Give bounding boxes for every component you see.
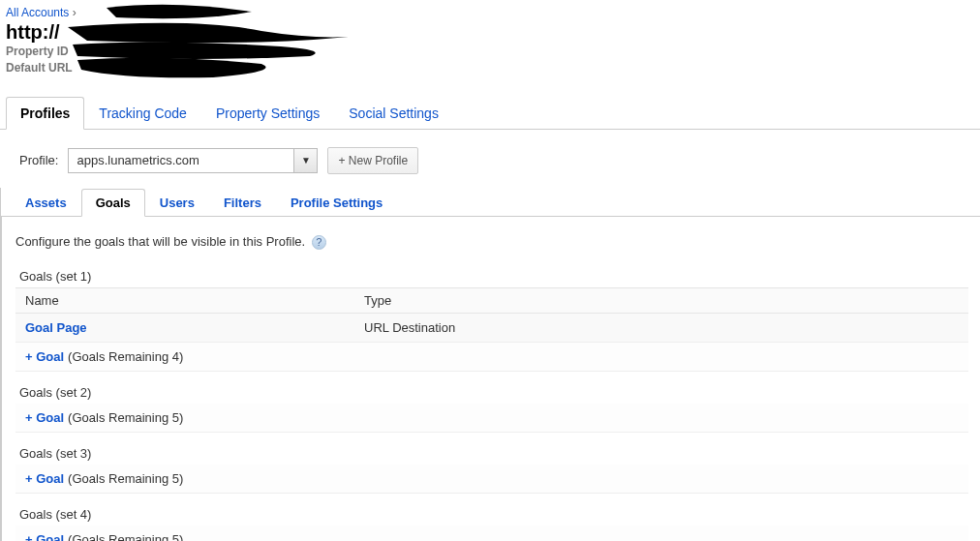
breadcrumb-sep: › bbox=[69, 6, 76, 19]
goals-remaining: (Goals Remaining 5) bbox=[68, 532, 183, 541]
subtab-users[interactable]: Users bbox=[145, 189, 209, 217]
profile-select[interactable]: apps.lunametrics.com ▼ bbox=[68, 148, 318, 173]
subtab-filters[interactable]: Filters bbox=[209, 189, 276, 217]
goals-remaining: (Goals Remaining 5) bbox=[68, 471, 183, 486]
goal-type: URL Destination bbox=[364, 320, 968, 335]
goals-content: Configure the goals that will be visible… bbox=[1, 217, 980, 541]
tab-tracking-code[interactable]: Tracking Code bbox=[84, 97, 201, 130]
goals-remaining: (Goals Remaining 5) bbox=[68, 410, 183, 425]
breadcrumb: All Accounts › bbox=[6, 6, 974, 19]
add-goal-link[interactable]: + Goal bbox=[25, 532, 64, 541]
tab-profiles[interactable]: Profiles bbox=[6, 97, 84, 130]
goal-link[interactable]: Goal Page bbox=[25, 320, 87, 335]
add-goal-link[interactable]: + Goal bbox=[25, 349, 64, 364]
add-goal-link[interactable]: + Goal bbox=[25, 471, 64, 486]
goal-set-title: Goals (set 3) bbox=[19, 446, 968, 461]
page-title: http:// bbox=[6, 21, 974, 44]
subtab-goals[interactable]: Goals bbox=[81, 189, 145, 217]
page-title-prefix: http:// bbox=[6, 21, 60, 43]
goals-remaining: (Goals Remaining 4) bbox=[68, 349, 183, 364]
profile-label: Profile: bbox=[19, 153, 58, 167]
profile-select-value: apps.lunametrics.com bbox=[69, 153, 293, 167]
help-icon[interactable]: ? bbox=[312, 235, 326, 250]
property-id-label: Property ID bbox=[6, 45, 69, 58]
goals-instructions: Configure the goals that will be visible… bbox=[15, 234, 968, 250]
subtab-assets[interactable]: Assets bbox=[11, 189, 81, 217]
goal-add-row: + Goal (Goals Remaining 5) bbox=[15, 526, 968, 541]
goal-add-row: + Goal (Goals Remaining 5) bbox=[15, 404, 968, 433]
goal-row: Goal PageURL Destination bbox=[15, 314, 968, 343]
goal-add-row: + Goal (Goals Remaining 4) bbox=[15, 343, 968, 372]
new-profile-button[interactable]: + New Profile bbox=[327, 147, 418, 174]
tab-property-settings[interactable]: Property Settings bbox=[201, 97, 334, 130]
goal-set-header: NameType bbox=[15, 287, 968, 314]
page-header: All Accounts › http:// Property ID Defau… bbox=[0, 0, 980, 76]
goal-set: Goals (set 1)NameTypeGoal PageURL Destin… bbox=[15, 269, 968, 372]
goal-set: Goals (set 2)+ Goal (Goals Remaining 5) bbox=[15, 385, 968, 433]
default-url-label: Default URL bbox=[6, 61, 73, 75]
chevron-down-icon: ▼ bbox=[301, 155, 311, 165]
primary-tabs: Profiles Tracking Code Property Settings… bbox=[0, 96, 980, 130]
add-goal-link[interactable]: + Goal bbox=[25, 410, 64, 425]
col-name: Name bbox=[15, 293, 364, 308]
goal-set-title: Goals (set 1) bbox=[19, 269, 968, 284]
sub-tabs: Assets Goals Users Filters Profile Setti… bbox=[1, 188, 980, 217]
col-type: Type bbox=[364, 293, 968, 308]
goal-set-title: Goals (set 4) bbox=[19, 507, 968, 522]
tab-social-settings[interactable]: Social Settings bbox=[334, 97, 453, 130]
breadcrumb-all-accounts[interactable]: All Accounts bbox=[6, 6, 69, 19]
page-meta: Property ID Default URL bbox=[6, 44, 974, 76]
goal-set: Goals (set 4)+ Goal (Goals Remaining 5) bbox=[15, 507, 968, 541]
goals-instructions-text: Configure the goals that will be visible… bbox=[15, 234, 305, 249]
goal-set: Goals (set 3)+ Goal (Goals Remaining 5) bbox=[15, 446, 968, 494]
subtab-profile-settings[interactable]: Profile Settings bbox=[276, 189, 397, 217]
goal-set-title: Goals (set 2) bbox=[19, 385, 968, 400]
profile-select-toggle[interactable]: ▼ bbox=[293, 149, 317, 172]
goal-add-row: + Goal (Goals Remaining 5) bbox=[15, 465, 968, 494]
profile-row: Profile: apps.lunametrics.com ▼ + New Pr… bbox=[0, 130, 980, 188]
